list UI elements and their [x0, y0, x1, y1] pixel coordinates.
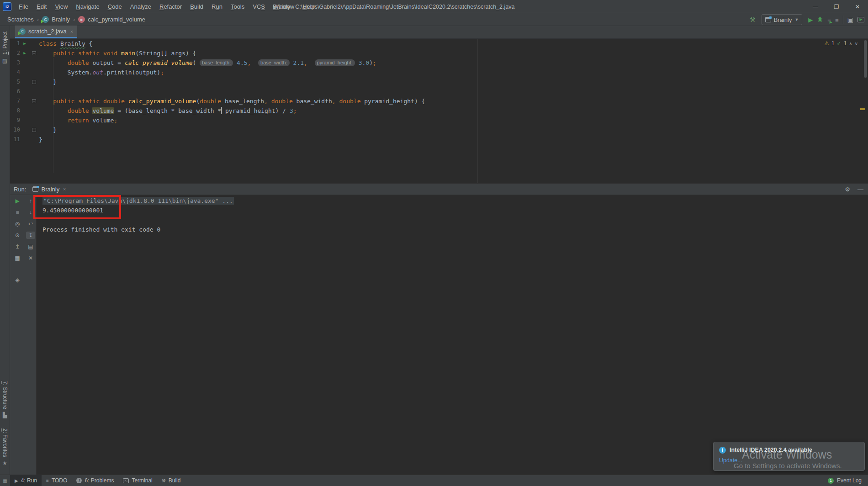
maximize-button[interactable]: ❐ [826, 0, 847, 13]
run-configuration-select[interactable]: Brainly ▼ [762, 14, 803, 25]
code-text[interactable]: public static void main(String[] args) { [39, 48, 196, 58]
rerun-button[interactable]: ▶ [13, 197, 22, 205]
restore-layout-button[interactable]: ▦ [13, 254, 22, 262]
fold-box-icon[interactable]: − [32, 128, 36, 132]
run-tab-brainly[interactable]: Brainly × [32, 186, 66, 193]
code-text[interactable]: System.out.println(output); [39, 68, 164, 77]
run-gutter-icon[interactable]: ▶ [20, 39, 29, 48]
menu-item-build[interactable]: Build [186, 1, 207, 12]
run-tab-close-icon[interactable]: × [63, 187, 66, 192]
memory-snapshot-button[interactable]: ⊙ [13, 232, 22, 239]
next-problem-icon[interactable]: ∨ [855, 41, 858, 46]
tool-windows-icon[interactable]: ▣ [847, 16, 853, 23]
toolwindow-button-todo[interactable]: ≡TODO [42, 475, 72, 486]
toolbar-separator [843, 16, 843, 24]
gear-icon[interactable]: ⚙ [845, 186, 850, 193]
scroll-to-end-button[interactable]: ↧ [26, 232, 35, 239]
code-line-9[interactable]: 9 return volume; [10, 116, 868, 125]
structure-icon: ▙ [3, 412, 7, 418]
fold-marker[interactable]: − [29, 96, 39, 106]
build-hammer-icon: ⚒ [162, 478, 166, 483]
breadcrumb-item-brainly[interactable]: CBrainly [40, 16, 72, 23]
toolwindow-switcher-icon[interactable]: ▦ [0, 478, 10, 483]
error-stripe-mark[interactable] [860, 108, 865, 110]
code-editor[interactable]: 1▶class Brainly {2▶− public static void … [10, 39, 868, 183]
debug-button[interactable] [817, 16, 823, 24]
soft-wrap-button[interactable]: ↩ [26, 220, 35, 227]
menu-item-navigate[interactable]: Navigate [72, 1, 103, 12]
mnemonic-underline: R [159, 3, 164, 10]
menu-item-refactor[interactable]: Refactor [156, 1, 185, 12]
code-line-2[interactable]: 2▶− public static void main(String[] arg… [10, 48, 868, 58]
fold-box-icon[interactable]: − [32, 51, 36, 55]
menu-item-run[interactable]: Run [208, 1, 226, 12]
menu-item-tools[interactable]: Tools [227, 1, 248, 12]
run-console-icon[interactable]: ▶ [857, 17, 864, 22]
menu-item-edit[interactable]: Edit [33, 1, 50, 12]
code-text[interactable]: } [39, 125, 57, 135]
menu-item-vcs[interactable]: VCS [249, 1, 269, 12]
sidebar-item-1-project[interactable]: 1: Project▨ [2, 32, 8, 67]
code-line-3[interactable]: 3 double output = calc_pyramid_volume( b… [10, 58, 868, 68]
run-with-coverage-button[interactable]: ≡▶ [827, 16, 831, 23]
hide-panel-icon[interactable]: — [857, 186, 863, 193]
code-text[interactable]: double volume = (base_length * base_widt… [39, 106, 297, 116]
close-button[interactable]: ✕ [847, 0, 868, 13]
code-line-11[interactable]: 11} [10, 135, 868, 144]
pin-button[interactable]: ◈ [13, 276, 22, 284]
export-button[interactable]: ↥ [13, 243, 22, 250]
minimize-button[interactable]: — [805, 0, 826, 13]
code-text[interactable]: public static double calc_pyramid_volume… [39, 96, 425, 106]
fold-marker[interactable]: − [29, 125, 39, 135]
build-hammer-icon[interactable]: ⚒ [750, 16, 756, 23]
tab-label: scratch_2.java [28, 28, 67, 35]
toolwindow-button-4-run[interactable]: ▶4: Run [10, 475, 42, 486]
toolwindow-button-terminal[interactable]: >_Terminal [118, 475, 157, 486]
code-line-5[interactable]: 5− } [10, 77, 868, 87]
inspection-widget[interactable]: ⚠ 1 ✓ 1 ∧ ∨ [824, 40, 858, 47]
menu-item-analyze[interactable]: Analyze [127, 1, 155, 12]
editor-scrollbar[interactable] [864, 40, 867, 78]
code-line-6[interactable]: 6 [10, 87, 868, 96]
prev-problem-icon[interactable]: ∧ [849, 41, 852, 46]
stop-button[interactable]: ■ [835, 16, 839, 23]
print-button[interactable]: ▤ [26, 243, 35, 250]
code-line-1[interactable]: 1▶class Brainly { [10, 39, 868, 48]
clear-all-button[interactable]: ✕ [26, 254, 35, 262]
sidebar-item-2-favorites[interactable]: 2: Favorites★ [2, 428, 8, 469]
fold-box-icon[interactable]: − [32, 80, 36, 84]
fold-marker[interactable]: − [29, 48, 39, 58]
bug-icon [817, 16, 823, 22]
code-line-4[interactable]: 4 System.out.println(output); [10, 68, 868, 77]
update-link[interactable]: Update... [719, 457, 742, 464]
code-line-8[interactable]: 8 double volume = (base_length * base_wi… [10, 106, 868, 116]
breadcrumb-item-scratches[interactable]: Scratches [5, 16, 36, 23]
thread-dump-button[interactable]: ◎ [13, 220, 22, 227]
sidebar-item-7-structure[interactable]: 7: Structure▙ [2, 381, 8, 421]
run-gutter-icon[interactable]: ▶ [20, 48, 29, 58]
code-text[interactable]: } [39, 135, 42, 144]
down-stack-button[interactable]: ↓ [26, 209, 35, 216]
fold-box-icon[interactable]: − [32, 99, 36, 103]
toolwindow-button-build[interactable]: ⚒Build [157, 475, 185, 486]
code-text[interactable]: } [39, 77, 57, 87]
menu-item-file[interactable]: File [15, 1, 32, 12]
menu-item-code[interactable]: Code [104, 1, 126, 12]
code-text[interactable]: class Brainly { [39, 39, 92, 48]
code-line-10[interactable]: 10− } [10, 125, 868, 135]
mnemonic-underline: 1 [2, 52, 8, 55]
run-button[interactable]: ▶ [808, 16, 813, 23]
event-log-button[interactable]: Event Log [837, 477, 862, 484]
token: ; [160, 69, 164, 76]
code-text[interactable]: return volume; [39, 116, 117, 125]
code-text[interactable]: double output = calc_pyramid_volume( bas… [39, 58, 376, 68]
fold-marker[interactable]: − [29, 77, 39, 87]
tab-close-icon[interactable]: × [70, 29, 73, 34]
code-line-7[interactable]: 7− public static double calc_pyramid_vol… [10, 96, 868, 106]
up-stack-button[interactable]: ↑ [26, 197, 35, 205]
tab-scratch-2-java[interactable]: C scratch_2.java × [15, 26, 77, 38]
stop-button[interactable]: ■ [13, 209, 22, 216]
breadcrumb-item-calc-pyramid-volume[interactable]: mcalc_pyramid_volume [76, 16, 147, 23]
menu-item-view[interactable]: View [51, 1, 71, 12]
toolwindow-button-6-problems[interactable]: !6: Problems [72, 475, 118, 486]
